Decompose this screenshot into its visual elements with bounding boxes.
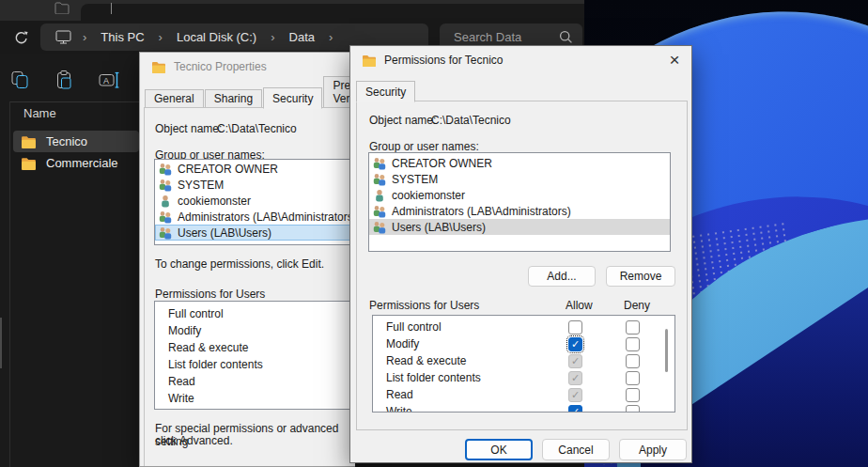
list-item[interactable]: CREATOR OWNER [155,161,355,177]
remove-button[interactable]: Remove [606,266,675,287]
close-icon[interactable]: × [660,49,689,71]
permissions-label: Permissions for Users [369,299,479,312]
dialog-title: Permissions for Tecnico [384,54,504,67]
list-item[interactable]: cookiemonster [369,187,670,203]
tab-security[interactable]: Security [263,87,322,109]
deny-checkbox[interactable] [626,388,640,402]
group-list-label: Group or user names: [369,140,479,153]
allow-checkbox[interactable] [568,388,582,402]
list-item[interactable]: SYSTEM [155,177,355,193]
breadcrumb-item-local-disk[interactable]: Local Disk (C:) [171,27,262,47]
group-name: Administrators (LAB\Administrators) [178,210,355,224]
allow-checkbox[interactable] [568,354,582,368]
edit-hint: To change permissions, click Edit. [155,257,324,271]
list-item-selected[interactable]: Users (LAB\Users) [155,225,355,241]
explorer-active-tab[interactable] [81,4,584,21]
permission-item[interactable]: Write [155,390,355,407]
permission-row[interactable]: Read & execute [373,352,674,369]
permission-item[interactable]: List folder contents [155,356,355,373]
permission-item[interactable]: Modify [155,322,355,339]
list-item[interactable]: Administrators (LAB\Administrators) [369,203,670,219]
deny-checkbox[interactable] [626,371,640,385]
list-item[interactable]: Administrators (LAB\Administrators) [155,209,355,225]
this-pc-icon [54,29,72,45]
permission-item[interactable]: Read & execute [155,339,355,356]
breadcrumb-separator: › [150,30,171,44]
permission-label: Write [386,405,412,413]
breadcrumb-separator: › [262,30,283,44]
tab-folder-icon [54,2,70,15]
permission-label: List folder contents [386,371,481,384]
group-user-listbox[interactable]: CREATOR OWNER SYSTEM cookiemonster Admin… [368,152,671,252]
user-name: Users (LAB\Users) [392,221,486,234]
deny-checkbox[interactable] [626,354,640,368]
list-item[interactable]: SYSTEM [369,171,670,187]
permissions-grid[interactable]: Full control Modify Read & execute List … [372,315,675,413]
allow-checkbox[interactable] [568,405,582,413]
permissions-security-page: Object name: C:\Data\Tecnico Group or us… [356,101,688,430]
permission-row[interactable]: Modify [373,335,674,352]
list-scrollbar-thumb[interactable] [665,329,668,372]
object-name-label: Object name: [369,114,436,127]
deny-checkbox[interactable] [626,320,640,335]
apply-button[interactable]: Apply [619,439,687,460]
group-name: SYSTEM [178,179,224,192]
dialog-title: Tecnico Properties [174,60,267,73]
breadcrumb-item-data[interactable]: Data [284,27,320,47]
object-name-value: C:\Data\Tecnico [431,114,511,127]
group-name: CREATOR OWNER [178,163,278,176]
deny-checkbox[interactable] [626,405,640,413]
explorer-tab-strip [0,0,584,21]
pane-separator [9,101,10,467]
copy-icon[interactable] [8,68,32,92]
advanced-hint-line2: click Advanced. [155,434,233,447]
tab-general[interactable]: General [145,89,204,108]
object-name-label: Object name: [155,122,222,135]
refresh-button[interactable] [9,25,32,48]
list-item[interactable]: cookiemonster [155,193,355,209]
folder-icon [21,157,37,170]
cancel-button[interactable]: Cancel [542,439,610,460]
column-header-name[interactable]: Name [23,106,56,120]
permissions-tab-row: Security [356,82,416,101]
breadcrumb-separator: › [320,30,341,44]
tab-sharing[interactable]: Sharing [205,89,262,108]
breadcrumb-item-this-pc[interactable]: This PC [95,27,149,47]
file-row-commerciale[interactable]: Commerciale [13,152,139,174]
folder-icon [362,54,377,67]
permissions-dialog: Permissions for Tecnico × Security Objec… [349,45,692,463]
file-name: Tecnico [46,134,87,148]
permission-row[interactable]: Read [373,386,674,403]
permission-label: Modify [386,337,419,350]
permission-row-partial[interactable]: Write [373,403,674,413]
allow-checkbox[interactable] [568,371,582,385]
paste-icon[interactable] [53,68,77,92]
file-row-tecnico[interactable]: Tecnico [13,131,139,152]
tecnico-properties-dialog: Tecnico Properties General Sharing Secur… [139,52,355,467]
nav-scrollbar-thumb[interactable] [0,318,2,368]
folder-icon [151,61,166,73]
list-item[interactable]: CREATOR OWNER [369,155,670,171]
permission-row[interactable]: List folder contents [373,369,674,386]
add-button[interactable]: Add... [528,266,596,287]
group-user-listbox[interactable]: CREATOR OWNER SYSTEM cookiemonster Admin… [154,159,355,245]
allow-checkbox[interactable] [568,337,582,351]
permissions-title-bar[interactable]: Permissions for Tecnico [350,46,691,74]
ok-button[interactable]: OK [465,439,533,460]
permission-row[interactable]: Full control [373,319,674,335]
permission-item[interactable]: Read [155,373,355,390]
rename-icon[interactable]: A [97,68,121,92]
permission-item[interactable]: Full control [155,305,355,322]
tab-security[interactable]: Security [356,81,415,102]
allow-checkbox[interactable] [568,320,582,335]
user-name: Administrators (LAB\Administrators) [392,205,571,218]
header-separator [9,101,139,102]
permissions-listbox[interactable]: Full control Modify Read & execute List … [154,301,355,410]
breadcrumb-separator: › [74,30,95,44]
permissions-label: Permissions for Users [155,288,265,301]
deny-checkbox[interactable] [626,337,640,351]
group-name: Users (LAB\Users) [178,226,271,240]
search-icon [558,29,574,45]
permission-label: Read & execute [386,354,466,367]
list-item-selected[interactable]: Users (LAB\Users) [369,219,670,235]
